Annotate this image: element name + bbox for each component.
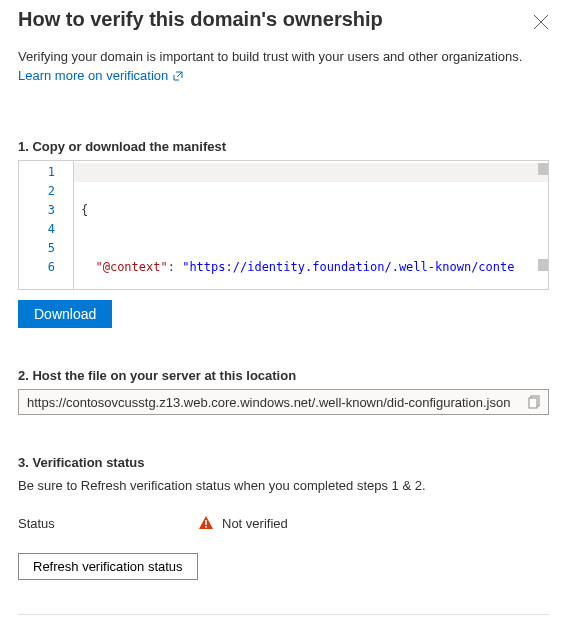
manifest-code-editor[interactable]: 1 2 3 4 5 6 { "@context": "https://ident… [18,160,549,290]
step2-heading: 2. Host the file on your server at this … [18,368,549,383]
intro-text: Verifying your domain is important to bu… [18,49,549,64]
code-content: { "@context": "https://identity.foundati… [74,161,548,289]
status-value: Not verified [222,516,288,531]
svg-rect-1 [529,398,537,408]
warning-icon [198,515,214,531]
close-icon [533,14,549,30]
step3-heading: 3. Verification status [18,455,549,470]
step1-heading: 1. Copy or download the manifest [18,139,549,154]
close-button[interactable] [533,14,549,30]
host-url-value: https://contosovcusstg.z13.web.core.wind… [25,395,522,410]
status-label: Status [18,516,78,531]
refresh-status-button[interactable]: Refresh verification status [18,553,198,580]
code-line-numbers: 1 2 3 4 5 6 [19,161,74,289]
svg-rect-2 [205,520,207,525]
step3-note: Be sure to Refresh verification status w… [18,478,549,493]
divider [18,614,549,615]
external-link-icon [172,70,184,82]
learn-more-link[interactable]: Learn more on verification [18,68,184,83]
download-button[interactable]: Download [18,300,112,328]
host-url-field[interactable]: https://contosovcusstg.z13.web.core.wind… [18,389,549,415]
svg-rect-3 [205,526,207,528]
page-title: How to verify this domain's ownership [18,8,383,31]
learn-more-link-label: Learn more on verification [18,68,168,83]
copy-icon[interactable] [528,395,542,409]
